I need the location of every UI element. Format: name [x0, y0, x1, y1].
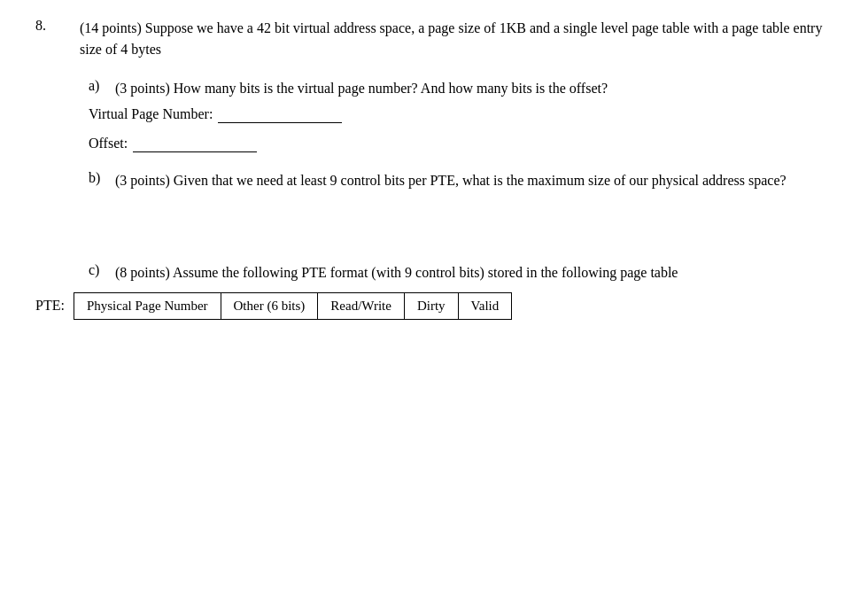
sub-question-c-header: c) (8 points) Assume the following PTE f…: [89, 262, 833, 283]
sub-a-points: (3 points): [115, 81, 170, 96]
answer-line-group-a: Virtual Page Number: Offset:: [89, 106, 833, 152]
sub-question-b: b) (3 points) Given that we need at leas…: [89, 170, 833, 191]
question-body: Suppose we have a 42 bit virtual address…: [80, 20, 822, 57]
pte-col-physical-page-number: Physical Page Number: [74, 293, 221, 320]
pte-col-dirty: Dirty: [404, 293, 458, 320]
offset-answer-line: Offset:: [89, 136, 833, 152]
sub-question-c: c) (8 points) Assume the following PTE f…: [89, 262, 833, 320]
sub-b-body: Given that we need at least 9 control bi…: [174, 173, 787, 188]
sub-letter-a: a): [89, 78, 115, 94]
sub-b-points: (3 points): [115, 173, 170, 188]
vpn-label: Virtual Page Number:: [89, 106, 213, 122]
offset-blank: [133, 136, 257, 152]
sub-question-a-header: a) (3 points) How many bits is the virtu…: [89, 78, 833, 99]
question-container: 8. (14 points) Suppose we have a 42 bit …: [35, 18, 833, 320]
sub-text-b: (3 points) Given that we need at least 9…: [115, 170, 787, 191]
question-text: (14 points) Suppose we have a 42 bit vir…: [80, 18, 833, 60]
sub-letter-b: b): [89, 170, 115, 186]
sub-c-points: (8 points): [115, 265, 170, 280]
sub-questions: a) (3 points) How many bits is the virtu…: [89, 78, 833, 320]
sub-question-a: a) (3 points) How many bits is the virtu…: [89, 78, 833, 152]
vpn-blank: [218, 106, 342, 123]
pte-table-section: PTE: Physical Page Number Other (6 bits)…: [89, 292, 833, 320]
vpn-answer-line: Virtual Page Number:: [89, 106, 833, 123]
sub-c-body: Assume the following PTE format (with 9 …: [173, 265, 678, 280]
sub-letter-c: c): [89, 262, 115, 278]
question-header: 8. (14 points) Suppose we have a 42 bit …: [35, 18, 833, 60]
sub-a-body: How many bits is the virtual page number…: [174, 81, 608, 96]
offset-label: Offset:: [89, 136, 128, 151]
pte-table-row: Physical Page Number Other (6 bits) Read…: [74, 293, 511, 320]
sub-text-c: (8 points) Assume the following PTE form…: [115, 262, 678, 283]
question-number: 8.: [35, 18, 80, 34]
sub-question-b-header: b) (3 points) Given that we need at leas…: [89, 170, 833, 191]
pte-col-other: Other (6 bits): [221, 293, 318, 320]
pte-table: Physical Page Number Other (6 bits) Read…: [74, 292, 512, 320]
pte-col-valid: Valid: [458, 293, 512, 320]
pte-col-read-write: Read/Write: [318, 293, 405, 320]
question-points: (14 points): [80, 20, 142, 35]
pte-label: PTE:: [35, 292, 65, 314]
sub-text-a: (3 points) How many bits is the virtual …: [115, 78, 608, 99]
